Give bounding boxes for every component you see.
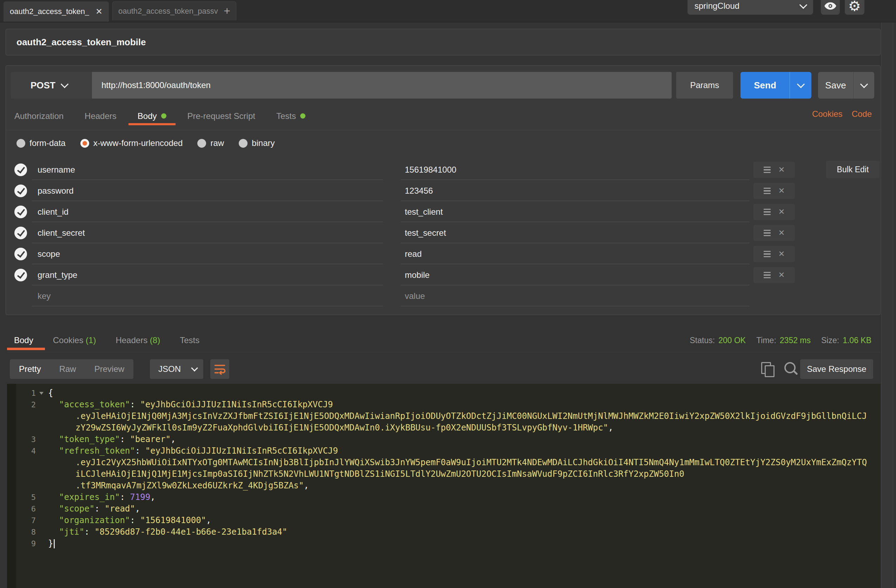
param-key-field[interactable]: client_secret bbox=[32, 222, 383, 243]
request-tab-tests[interactable]: Tests bbox=[276, 111, 305, 121]
param-key-field[interactable]: grant_type bbox=[32, 264, 383, 285]
window-scrollbar[interactable] bbox=[881, 23, 893, 588]
save-options-button[interactable] bbox=[853, 72, 874, 99]
param-enabled-checkbox[interactable] bbox=[14, 248, 27, 260]
save-button[interactable]: Save bbox=[818, 72, 874, 99]
delete-row-icon[interactable]: ✕ bbox=[779, 229, 785, 237]
request-tab-authorization[interactable]: Authorization bbox=[14, 111, 64, 121]
code-text: { bbox=[48, 387, 53, 399]
bulk-edit-button[interactable]: Bulk Edit bbox=[826, 161, 879, 178]
send-label[interactable]: Send bbox=[741, 72, 790, 99]
row-actions: ✕ bbox=[753, 267, 795, 283]
close-tab-icon[interactable]: ✕ bbox=[91, 7, 102, 17]
builder-links: Cookies Code bbox=[812, 109, 872, 119]
param-value-placeholder[interactable]: value bbox=[401, 286, 749, 306]
param-key-field[interactable]: client_id bbox=[32, 201, 383, 222]
param-row-empty: keyvalue bbox=[6, 286, 880, 307]
param-key-field[interactable]: scope bbox=[32, 243, 383, 264]
param-value-field[interactable]: test_secret bbox=[401, 222, 749, 243]
param-enabled-checkbox[interactable] bbox=[14, 205, 27, 218]
request-tab-label: Authorization bbox=[14, 111, 64, 121]
param-row: username15619841000✕ bbox=[6, 159, 880, 180]
body-mode-binary[interactable]: binary bbox=[239, 138, 274, 148]
request-tab-headers[interactable]: Headers bbox=[85, 111, 117, 121]
param-key-placeholder[interactable]: key bbox=[32, 286, 383, 306]
params-button[interactable]: Params bbox=[676, 72, 733, 99]
environment-preview-button[interactable] bbox=[821, 0, 840, 15]
param-enabled-checkbox[interactable] bbox=[14, 226, 27, 239]
workspace-tab-active[interactable]: oauth2_access_token_ ✕ bbox=[3, 2, 109, 22]
workspace-tab-bar: oauth2_access_token_ ✕ oauth2_access_tok… bbox=[0, 0, 896, 23]
param-value-field[interactable]: read bbox=[401, 243, 749, 264]
response-format-selector[interactable]: JSON bbox=[150, 359, 203, 379]
param-value-field[interactable]: mobile bbox=[401, 264, 749, 285]
response-tab-headers[interactable]: Headers (8) bbox=[116, 336, 160, 345]
json-response-body: 1{2"access_token": "eyJhbGciOiJJIUzI1NiI… bbox=[7, 387, 881, 549]
radio-icon[interactable] bbox=[197, 139, 206, 148]
response-tab-body[interactable]: Body bbox=[14, 336, 34, 345]
body-mode-x-www-form-urlencoded[interactable]: x-www-form-urlencoded bbox=[81, 138, 183, 148]
cookies-link[interactable]: Cookies bbox=[812, 109, 843, 119]
radio-icon[interactable] bbox=[17, 139, 25, 148]
save-response-button[interactable]: Save Response bbox=[800, 359, 873, 379]
format-label: JSON bbox=[158, 364, 181, 374]
param-key-field[interactable]: password bbox=[32, 180, 383, 201]
environment-selector[interactable]: springCloud bbox=[687, 0, 813, 15]
add-tab-button[interactable]: + bbox=[218, 2, 236, 20]
workspace-tab-inactive[interactable]: oauth2_access_token_passv bbox=[112, 2, 218, 20]
response-tab-tests[interactable]: Tests bbox=[180, 336, 200, 345]
line-number: 8 bbox=[12, 526, 36, 538]
settings-button[interactable]: ⚙ bbox=[845, 0, 864, 15]
param-enabled-checkbox[interactable] bbox=[14, 164, 27, 176]
drag-menu-icon[interactable] bbox=[763, 209, 771, 216]
radio-selected-icon[interactable] bbox=[81, 139, 89, 148]
param-enabled-checkbox[interactable] bbox=[14, 185, 27, 197]
param-row: client_secrettest_secret✕ bbox=[6, 222, 880, 243]
view-mode-preview[interactable]: Preview bbox=[85, 359, 133, 379]
delete-row-icon[interactable]: ✕ bbox=[779, 250, 785, 258]
view-mode-raw[interactable]: Raw bbox=[50, 359, 85, 379]
param-key-field[interactable]: username bbox=[32, 159, 383, 180]
chevron-down-icon bbox=[60, 81, 69, 88]
row-actions: ✕ bbox=[753, 204, 795, 220]
response-body-viewer[interactable]: 1{2"access_token": "eyJhbGciOiJJIUzI1NiI… bbox=[7, 384, 881, 588]
response-tab-cookies[interactable]: Cookies (1) bbox=[53, 336, 96, 345]
meta-value: 2352 ms bbox=[780, 336, 811, 345]
delete-row-icon[interactable]: ✕ bbox=[779, 271, 785, 279]
search-response-icon[interactable] bbox=[784, 362, 799, 377]
send-options-button[interactable] bbox=[790, 72, 811, 99]
body-mode-raw[interactable]: raw bbox=[197, 138, 224, 148]
code-line: iLCJleHAiOjE1NjQ1MjE1MjcsImp0aSI6IjNhZTk… bbox=[7, 468, 881, 480]
param-enabled-checkbox[interactable] bbox=[14, 269, 27, 281]
chevron-down-icon bbox=[860, 81, 868, 88]
param-value-field[interactable]: 123456 bbox=[401, 180, 749, 201]
send-button[interactable]: Send bbox=[741, 72, 811, 99]
drag-menu-icon[interactable] bbox=[763, 188, 771, 194]
save-label[interactable]: Save bbox=[818, 72, 853, 99]
drag-menu-icon[interactable] bbox=[763, 272, 771, 278]
copy-response-icon[interactable] bbox=[761, 362, 775, 377]
delete-row-icon[interactable]: ✕ bbox=[779, 208, 785, 216]
drag-menu-icon[interactable] bbox=[763, 230, 771, 237]
radio-icon[interactable] bbox=[239, 139, 247, 148]
wrap-text-button[interactable] bbox=[210, 359, 229, 379]
url-input[interactable]: http://host1:8000/oauth/token bbox=[92, 72, 672, 99]
param-value-field[interactable]: 15619841000 bbox=[401, 159, 749, 180]
param-value-field[interactable]: test_client bbox=[401, 201, 749, 222]
code-text: "scope": "read", bbox=[59, 503, 140, 515]
code-link[interactable]: Code bbox=[852, 109, 872, 119]
request-tab-pre-request-script[interactable]: Pre-request Script bbox=[187, 111, 255, 121]
method-selector[interactable]: POST bbox=[11, 72, 92, 99]
view-mode-pretty[interactable]: Pretty bbox=[10, 359, 50, 379]
code-text: iLCJleHAiOjE1NjQ1MjE1MjcsImp0aSI6IjNhZTk… bbox=[76, 468, 684, 480]
request-tab-body[interactable]: Body bbox=[138, 111, 166, 121]
drag-menu-icon[interactable] bbox=[763, 251, 771, 258]
body-mode-form-data[interactable]: form-data bbox=[17, 138, 66, 148]
fold-arrow-icon[interactable] bbox=[39, 392, 44, 395]
code-line: 7"organization": "15619841000", bbox=[7, 515, 881, 526]
delete-row-icon[interactable]: ✕ bbox=[779, 187, 785, 195]
code-text: zY29wZSI6WyJyZWFkIl0sIm9yZ2FuaXphdGlvbiI… bbox=[76, 422, 613, 434]
drag-menu-icon[interactable] bbox=[763, 167, 771, 173]
delete-row-icon[interactable]: ✕ bbox=[779, 166, 785, 174]
method-label: POST bbox=[30, 80, 55, 91]
